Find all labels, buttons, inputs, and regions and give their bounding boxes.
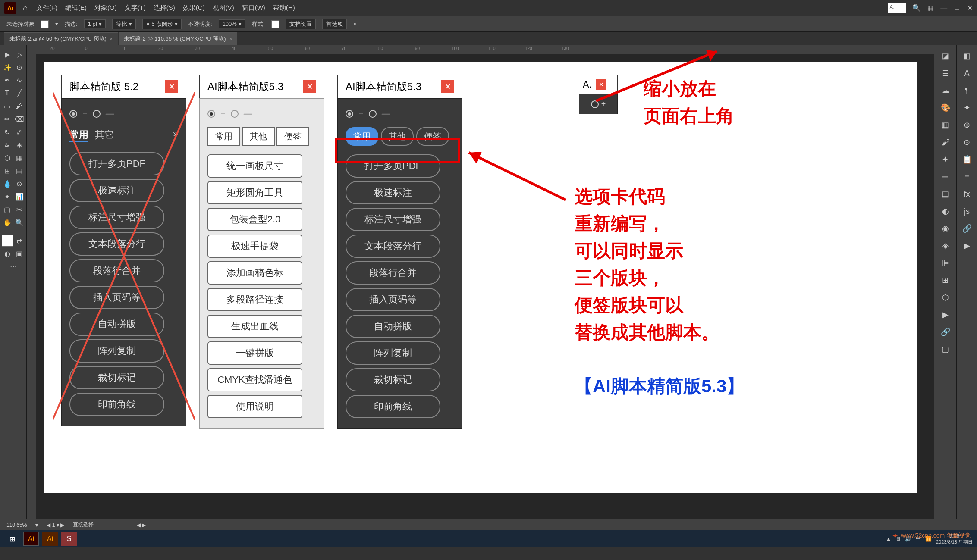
script-button[interactable]: 打开多页PDF [69,152,164,175]
prefs-button[interactable]: 首选项 [322,19,347,29]
swap-colors-icon[interactable]: ⇄ [14,235,25,247]
eraser-tool-icon[interactable]: ⌫ [14,113,25,125]
radio-option[interactable] [369,110,377,118]
rectangle-tool-icon[interactable]: ▭ [2,100,13,112]
panel-icon[interactable]: ⊙ [960,135,974,149]
fill-color-icon[interactable] [2,235,13,247]
artboard-tool-icon[interactable]: ▢ [2,203,13,216]
shaper-tool-icon[interactable]: ✏ [2,113,13,125]
script-button[interactable]: 印前角线 [346,395,440,418]
tab-common[interactable]: 常用 [346,127,378,146]
script-button[interactable]: 文本段落分行 [346,235,440,258]
script-button[interactable]: 标注尺寸增强 [346,208,440,231]
script-button[interactable]: 自动拼版 [346,315,440,338]
align-icon[interactable]: ⊧⁺ [353,21,359,27]
panel-icon[interactable]: ◧ [960,49,974,63]
line-tool-icon[interactable]: ╱ [14,87,25,99]
appearance-panel-icon[interactable]: ◉ [939,222,952,235]
script-button[interactable]: CMYK查找潘通色 [207,368,302,391]
transparency-panel-icon[interactable]: ◐ [939,204,952,218]
chevron-right-icon[interactable]: » [173,128,178,142]
panel-close-button[interactable]: ✕ [303,80,316,93]
radio-option[interactable] [346,110,353,118]
links-panel-icon[interactable]: 🔗 [939,325,952,339]
edit-toolbar-icon[interactable]: ⋯ [7,260,19,272]
doc-tab[interactable]: 未标题-2 @ 110.65 % (CMYK/CPU 预览)× [119,32,237,45]
script-button[interactable]: 阵列复制 [69,339,164,363]
scale-tool-icon[interactable]: ⤢ [14,126,25,138]
pathfinder-panel-icon[interactable]: ⬡ [939,291,952,304]
script-button[interactable]: 极速标注 [346,181,440,204]
zoom-tool-icon[interactable]: 🔍 [14,216,25,228]
graph-tool-icon[interactable]: 📊 [14,191,25,203]
properties-panel-icon[interactable]: ◪ [939,49,952,63]
script-button[interactable]: 印前角线 [69,393,164,416]
radio-option[interactable] [207,110,215,118]
width-tool-icon[interactable]: ≋ [2,139,13,151]
minimize-button[interactable]: — [940,4,947,12]
layers-panel-icon[interactable]: ≣ [939,66,952,80]
tray-icon[interactable]: ▲ [886,536,891,542]
graphic-styles-icon[interactable]: ◈ [939,239,952,253]
tab-notes[interactable]: 便签 [276,127,309,146]
script-button[interactable]: 裁切标记 [69,366,164,389]
taskbar-app-ai-2[interactable]: Ai [42,532,58,546]
script-button[interactable]: 自动拼版 [69,313,164,336]
magic-wand-tool-icon[interactable]: ✨ [2,61,13,73]
menu-file[interactable]: 文件(F) [36,4,57,12]
home-icon[interactable]: ⌂ [23,3,28,13]
libraries-panel-icon[interactable]: ☁ [939,84,952,97]
radio-option[interactable] [69,110,77,118]
script-button[interactable]: 插入页码等 [346,288,440,311]
menu-help[interactable]: 帮助(H) [273,4,295,12]
brush-tool-icon[interactable]: 🖌 [14,100,25,112]
panel-icon[interactable]: ✦ [960,101,974,115]
opacity-dropdown[interactable]: 100% ▾ [219,19,245,28]
rotate-tool-icon[interactable]: ↻ [2,126,13,138]
menu-window[interactable]: 窗口(W) [242,4,265,12]
style-swatch[interactable] [271,20,279,28]
tab-common[interactable]: 常用 [207,127,240,146]
script-button[interactable]: 裁切标记 [346,368,440,391]
script-button[interactable]: 段落行合并 [69,259,164,282]
menu-type[interactable]: 文字(T) [125,4,146,12]
workspace-switcher-icon[interactable]: ▦ [927,4,934,12]
doc-tab[interactable]: 未标题-2.ai @ 50 % (CMYK/CPU 预览)× [4,32,118,45]
gradient-panel-icon[interactable]: ▤ [939,187,952,201]
script-button[interactable]: 插入页码等 [69,286,164,309]
selection-tool-icon[interactable]: ▶ [2,48,13,60]
type-tool-icon[interactable]: T [2,87,13,99]
panel-icon[interactable]: ¶ [960,84,974,97]
topbar-search[interactable]: A. [888,3,906,13]
lasso-tool-icon[interactable]: ⊙ [14,61,25,73]
panel-icon[interactable]: ⊕ [960,118,974,132]
color-mode-icon[interactable]: ◐ [2,247,13,260]
script-button[interactable]: 一键拼版 [207,341,302,365]
panel-close-button[interactable]: ✕ [165,80,178,93]
artboard-nav[interactable]: ◀ 1 ▾ ▶ [47,522,64,528]
script-button[interactable]: 矩形圆角工具 [207,181,302,204]
panel-icon[interactable]: ▶ [960,239,974,253]
transform-panel-icon[interactable]: ⊞ [939,273,952,287]
panel-icon[interactable]: 📋 [960,153,974,166]
stroke-weight-dropdown[interactable]: 1 pt ▾ [84,19,106,28]
direct-selection-tool-icon[interactable]: ▷ [14,48,25,60]
script-button[interactable]: 添加画稿色标 [207,261,302,285]
pen-tool-icon[interactable]: ✒ [2,74,13,86]
gradient-tool-icon[interactable]: ▤ [14,165,25,177]
brushes-panel-icon[interactable]: 🖌 [939,135,952,149]
panel-close-button[interactable]: ✕ [441,80,454,93]
script-button[interactable]: 极速手提袋 [207,235,302,258]
panel-icon[interactable]: 🔗 [960,222,974,235]
free-transform-icon[interactable]: ◈ [14,139,25,151]
swatches-panel-icon[interactable]: ▦ [939,118,952,132]
eyedropper-tool-icon[interactable]: 💧 [2,178,13,190]
script-button[interactable]: 统一画板尺寸 [207,154,302,178]
zoom-level[interactable]: 110.65% [6,522,27,528]
panel-icon[interactable]: A [960,66,974,80]
hand-tool-icon[interactable]: ✋ [2,216,13,228]
maximize-button[interactable]: □ [955,4,959,12]
menu-edit[interactable]: 编辑(E) [65,4,87,12]
close-button[interactable]: ✕ [967,4,973,12]
align-panel-icon[interactable]: ⊫ [939,256,952,270]
